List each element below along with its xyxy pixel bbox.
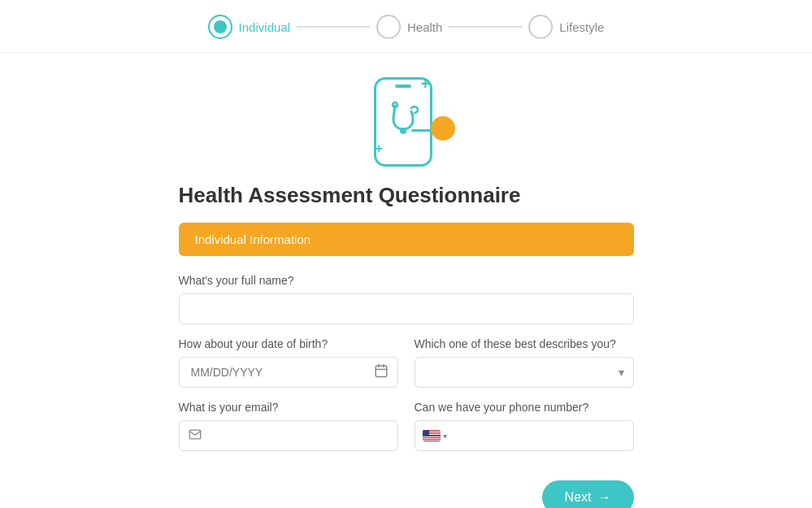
gender-group: Which one of these best describes you? M… xyxy=(415,337,634,388)
orange-circle xyxy=(431,116,455,141)
gender-select-wrapper: Male Female Non-binary Prefer not to say… xyxy=(415,357,634,388)
email-label: What is your email? xyxy=(179,401,398,414)
email-phone-row: What is your email? Can we have your pho… xyxy=(179,401,634,464)
phone-wrapper: ▾ xyxy=(415,420,634,451)
form-footer: Next → xyxy=(179,480,634,508)
step-circle-lifestyle xyxy=(528,15,553,39)
step-label-individual: Individual xyxy=(239,20,290,34)
email-wrapper xyxy=(179,420,398,451)
step-lifestyle[interactable]: Lifestyle xyxy=(528,15,604,39)
page-title: Health Assessment Questionnaire xyxy=(179,183,634,208)
stethoscope-icon xyxy=(379,93,428,142)
plus-icon-top: + xyxy=(421,76,431,92)
step-circle-health xyxy=(376,15,401,39)
step-label-health: Health xyxy=(407,20,442,34)
dob-input[interactable] xyxy=(179,357,398,388)
email-group: What is your email? xyxy=(179,401,398,451)
dob-label: How about your date of birth? xyxy=(179,337,398,350)
plus-icon-bottom: + xyxy=(376,142,383,155)
step-label-lifestyle: Lifestyle xyxy=(559,20,604,34)
phone-input[interactable] xyxy=(415,420,634,451)
main-content: + + Health Assessment Questionnaire Indi… xyxy=(0,53,812,508)
step-individual[interactable]: Individual xyxy=(208,15,290,39)
illustration: + + xyxy=(358,69,455,175)
gender-label: Which one of these best describes you? xyxy=(415,337,634,350)
date-wrapper xyxy=(179,357,398,388)
next-button-label: Next xyxy=(565,490,592,505)
email-input[interactable] xyxy=(179,420,398,451)
step-health[interactable]: Health xyxy=(376,15,442,39)
step-line-2 xyxy=(449,26,522,28)
full-name-group: What's your full name? xyxy=(179,274,634,324)
phone-label: Can we have your phone number? xyxy=(415,401,634,414)
step-line-1 xyxy=(297,26,370,28)
full-name-input[interactable] xyxy=(179,293,634,324)
envelope-icon xyxy=(189,428,202,444)
next-button[interactable]: Next → xyxy=(542,480,634,508)
dob-group: How about your date of birth? xyxy=(179,337,398,388)
step-circle-individual xyxy=(208,15,232,39)
gender-select[interactable]: Male Female Non-binary Prefer not to say xyxy=(415,357,634,388)
form-container: Health Assessment Questionnaire Individu… xyxy=(179,183,634,464)
section-header: Individual Information xyxy=(179,223,634,256)
full-name-label: What's your full name? xyxy=(179,274,634,287)
dob-gender-row: How about your date of birth? Which one … xyxy=(179,337,634,401)
svg-point-0 xyxy=(400,128,406,134)
arrow-right-icon: → xyxy=(598,490,611,505)
phone-notch xyxy=(395,85,411,88)
phone-group: Can we have your phone number? ▾ xyxy=(415,401,634,451)
stepper: Individual Health Lifestyle xyxy=(0,0,812,53)
